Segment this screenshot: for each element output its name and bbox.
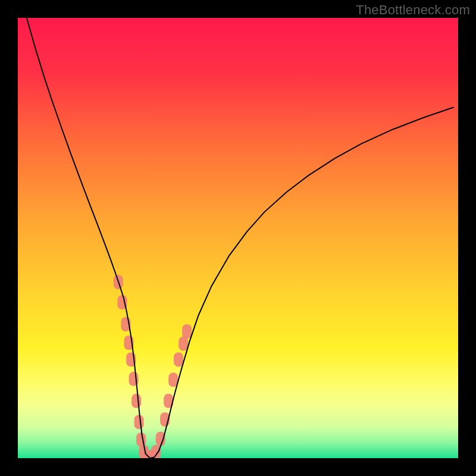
chart-container: TheBottleneck.com	[0, 0, 476, 476]
marker-point	[182, 324, 192, 339]
gradient-background	[18, 18, 458, 458]
plot-area	[18, 18, 458, 458]
bottleneck-chart	[18, 18, 458, 458]
marker-point	[174, 352, 183, 367]
marker-point	[134, 415, 144, 429]
watermark-text: TheBottleneck.com	[356, 2, 470, 18]
marker-point	[136, 433, 146, 447]
marker-point	[131, 394, 141, 408]
marker-point	[151, 445, 161, 458]
marker-point	[178, 337, 188, 351]
